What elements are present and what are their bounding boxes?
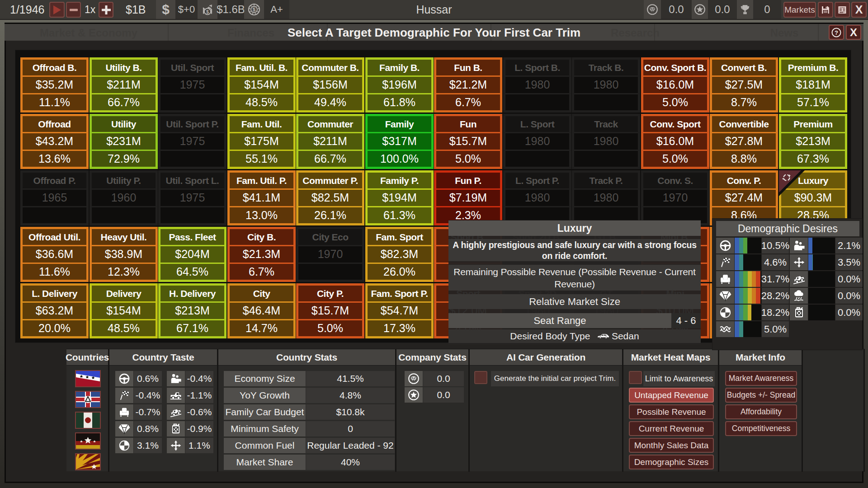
svg-text:?: ? — [835, 29, 838, 36]
